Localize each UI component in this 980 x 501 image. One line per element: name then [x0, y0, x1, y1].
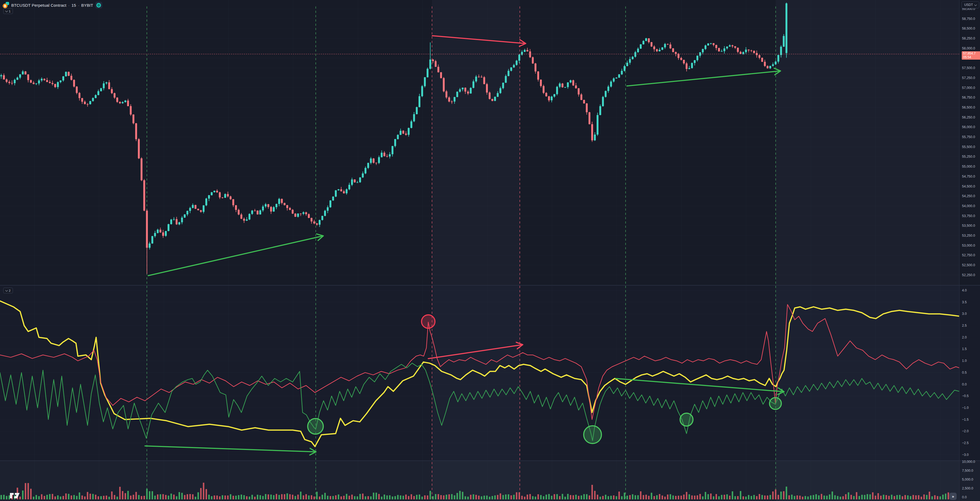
last-price-label: 57,854.7 05:54 [962, 51, 980, 60]
pane1-number: 1 [9, 10, 11, 13]
price-axis-label: 54,750.0 [962, 175, 975, 179]
chart-canvas[interactable] [0, 0, 980, 501]
volume-axis-label: 5,000.0 [962, 478, 973, 481]
volume-axis-label: 10,000.0 [962, 460, 975, 464]
indicator-axis-label: 0.0 [962, 383, 967, 386]
bar-countdown: 05:54 [963, 55, 980, 59]
chart-interval: 15 [72, 3, 76, 8]
price-axis-label: 56,000.0 [962, 125, 975, 129]
exchange-name: BYBIT [81, 3, 93, 8]
scroll-to-realtime-button[interactable]: » [950, 493, 957, 500]
last-price-value: 57,854.7 [963, 51, 980, 55]
indicator-axis-label: −1.5 [962, 418, 969, 421]
price-axis-label: 54,500.0 [962, 185, 975, 188]
pane1-collapse-button[interactable]: 1 [3, 8, 13, 14]
indicator-axis-label: −3.0 [962, 453, 969, 457]
indicator-axis-label: 1.0 [962, 359, 967, 363]
pane2-collapse-button[interactable]: 2 [3, 288, 13, 294]
price-axis-label: 54,000.0 [962, 204, 975, 208]
btc-coin-icon: ฿ [3, 2, 9, 8]
currency-selector-button[interactable]: USDT [961, 2, 979, 8]
price-axis-label: 58,500.0 [962, 27, 975, 30]
price-axis-label: 53,250.0 [962, 234, 975, 238]
price-axis-label: 57,250.0 [962, 76, 975, 80]
price-axis-label: 53,750.0 [962, 214, 975, 218]
volume-axis-label: 7,500.0 [962, 469, 973, 472]
pane2-number: 2 [9, 289, 11, 292]
price-axis-label: 55,500.0 [962, 145, 975, 149]
chevron-down-icon [5, 289, 8, 292]
price-axis-label: 55,750.0 [962, 135, 975, 139]
indicator-axis-label: 1.5 [962, 347, 967, 351]
currency-label: USDT [964, 3, 973, 7]
chevron-down-icon [5, 10, 8, 12]
symbol-title[interactable]: BTCUSDT Perpetual Contract · 15 · BYBIT [11, 3, 93, 8]
volume-axis-label: 2,500.0 [962, 487, 973, 490]
price-axis-label: 54,250.0 [962, 194, 975, 198]
price-axis-label: 58,000.0 [962, 46, 975, 50]
indicator-axis-label: 4.0 [962, 289, 967, 292]
symbol-name: BTCUSDT Perpetual Contract [11, 3, 66, 8]
price-axis-label: 55,000.0 [962, 165, 975, 168]
price-axis-label: 56,500.0 [962, 105, 975, 109]
price-axis-label: 57,500.0 [962, 66, 975, 70]
indicator-axis-label: 2.0 [962, 335, 967, 339]
price-axis-label: 57,000.0 [962, 86, 975, 90]
title-separator: · [68, 3, 70, 8]
title-separator: · [78, 3, 79, 8]
indicator-axis-label: −2.5 [962, 441, 969, 445]
indicator-axis-label: −2.0 [962, 429, 969, 433]
indicator-axis-label: −1.0 [962, 406, 969, 410]
indicator-axis-label: 2.5 [962, 324, 967, 327]
volume-axis-label: 0.0 [962, 495, 967, 499]
price-axis-label: 56,250.0 [962, 115, 975, 119]
price-axis-label: 52,500.0 [962, 263, 975, 267]
price-axis-label: 58,250.0 [962, 37, 975, 40]
price-axis-label: 58,750.0 [962, 17, 975, 21]
market-status-button[interactable] [95, 2, 102, 9]
symbol-header: ฿ BTCUSDT Perpetual Contract · 15 · BYBI… [3, 2, 102, 9]
double-chevron-right-icon: » [952, 494, 954, 499]
price-axis[interactable] [959, 0, 980, 501]
tradingview-chart-window: ฿ BTCUSDT Perpetual Contract · 15 · BYBI… [0, 0, 980, 501]
indicator-axis-label: 0.5 [962, 371, 967, 375]
indicator-axis-label: 3.0 [962, 312, 967, 316]
price-axis-label: 53,000.0 [962, 244, 975, 247]
chevron-down-icon [974, 3, 977, 6]
price-axis-label: 53,500.0 [962, 224, 975, 228]
price-axis-label: 56,750.0 [962, 96, 975, 99]
price-axis-label: 52,750.0 [962, 253, 975, 257]
indicator-axis-label: 3.5 [962, 300, 967, 304]
price-axis-label: 55,250.0 [962, 155, 975, 158]
market-open-dot-icon [96, 3, 101, 8]
price-axis-label: 52,250.0 [962, 273, 975, 277]
indicator-axis-label: −0.5 [962, 394, 969, 398]
